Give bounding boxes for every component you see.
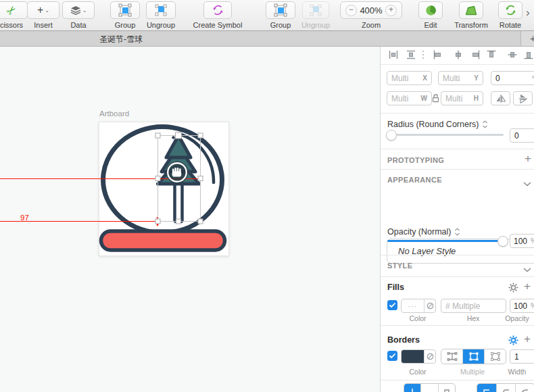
toolbar-overflow-chevron[interactable]: › xyxy=(526,6,530,20)
plus-icon: + xyxy=(37,5,43,15)
create-symbol-button[interactable]: Create Symbol xyxy=(192,1,243,29)
document-tab[interactable]: 圣诞节-雪球 xyxy=(99,34,143,45)
flip-vertical-button[interactable] xyxy=(513,91,533,105)
border-width-field[interactable]: 1 xyxy=(510,349,534,364)
fill-opacity-label: Opacity xyxy=(505,314,529,322)
x-field[interactable]: Multi X xyxy=(387,71,432,85)
fill-hex-input[interactable] xyxy=(445,301,502,311)
distribute-horizontally-icon[interactable] xyxy=(388,49,399,63)
group-button[interactable]: Group xyxy=(110,1,141,29)
opacity-slider-knob[interactable] xyxy=(497,236,508,247)
fills-gear-icon[interactable] xyxy=(508,283,518,295)
chevron-down-icon: ⌄ xyxy=(82,7,87,14)
appearance-header: APPEARANCE xyxy=(387,176,442,184)
selection-handle xyxy=(155,219,160,224)
fill-color-well[interactable]: ··· xyxy=(401,299,436,313)
divider xyxy=(381,325,534,326)
line-cap-square-button[interactable] xyxy=(439,384,455,392)
width-field[interactable]: Multi W xyxy=(387,91,432,105)
radius-slider[interactable] xyxy=(387,134,504,136)
new-tab-area: + xyxy=(520,31,534,46)
group-button-2[interactable]: Group xyxy=(265,1,296,29)
ungroup-icon xyxy=(154,3,168,17)
check-icon xyxy=(389,302,396,308)
edit-button[interactable]: Edit xyxy=(416,1,445,29)
zoom-in-button[interactable]: + xyxy=(385,5,397,16)
line-join-bevel-button[interactable] xyxy=(516,384,534,392)
toolbar: ✂ cissors +⌄ Insert ⌄ Data xyxy=(0,0,534,31)
zoom-out-button[interactable]: − xyxy=(345,5,357,16)
ungroup-button-2: Ungroup xyxy=(295,1,337,29)
fill-color-label: Color xyxy=(409,314,426,322)
align-center-horizontal-icon[interactable] xyxy=(453,49,464,63)
align-top-icon[interactable] xyxy=(486,49,497,63)
stepper-icon[interactable] xyxy=(454,228,460,236)
fill-opacity-field[interactable]: 100 % xyxy=(510,299,534,313)
lock-proportions-icon[interactable] xyxy=(432,93,439,105)
appearance-collapse-chevron[interactable] xyxy=(523,177,531,189)
border-outside-button[interactable] xyxy=(485,349,506,364)
app-window: ✂ cissors +⌄ Insert ⌄ Data xyxy=(0,0,534,392)
border-center-button[interactable] xyxy=(463,349,485,364)
border-join-segmented xyxy=(477,383,534,392)
rotation-field[interactable]: 0 ° xyxy=(491,71,534,85)
transform-button[interactable]: Transform xyxy=(449,1,493,29)
line-cap-butt-button[interactable] xyxy=(404,384,421,392)
fill-hex-field[interactable] xyxy=(441,299,506,313)
rotate-button[interactable]: Rotate xyxy=(495,1,526,29)
stepper-icon[interactable] xyxy=(482,120,488,128)
artwork-layer xyxy=(0,47,380,392)
trapezoid-icon xyxy=(465,5,477,16)
border-enabled-checkbox[interactable] xyxy=(387,351,397,361)
insert-button[interactable]: +⌄ Insert xyxy=(27,1,59,29)
opacity-slider[interactable] xyxy=(387,240,502,242)
y-field[interactable]: Multi Y xyxy=(438,71,483,85)
opacity-field[interactable]: 100 % xyxy=(510,234,534,248)
data-button[interactable]: ⌄ Data xyxy=(62,1,95,29)
add-prototyping-button[interactable]: + xyxy=(525,154,531,164)
fill-enabled-checkbox[interactable] xyxy=(387,300,397,310)
canvas[interactable]: Artboard 97 xyxy=(0,47,380,392)
border-end-segmented xyxy=(404,383,456,392)
divider xyxy=(381,255,534,255)
group-icon xyxy=(274,3,287,17)
layers-icon xyxy=(70,5,81,15)
align-right-icon[interactable] xyxy=(470,49,481,63)
flip-horizontal-button[interactable] xyxy=(491,91,510,105)
divider xyxy=(381,64,534,65)
border-inside-button[interactable] xyxy=(441,349,463,364)
style-collapse-chevron[interactable] xyxy=(523,263,531,275)
group-icon xyxy=(118,3,132,17)
ungroup-button[interactable]: Ungroup xyxy=(143,1,178,29)
new-tab-button[interactable]: + xyxy=(530,32,534,44)
align-left-icon[interactable] xyxy=(433,49,443,63)
height-field[interactable]: Multi H xyxy=(441,91,483,105)
distribute-vertically-icon[interactable] xyxy=(406,49,416,63)
selection-handle xyxy=(176,132,182,139)
scissors-icon: ✂ xyxy=(3,2,20,19)
border-position-label: Multiple xyxy=(460,368,485,376)
align-middle-vertical-icon[interactable] xyxy=(507,49,518,63)
align-bottom-icon[interactable] xyxy=(523,49,534,63)
flip-horizontal-icon xyxy=(495,94,506,103)
grab-cursor-icon xyxy=(167,162,188,183)
add-fill-button[interactable]: + xyxy=(524,282,531,291)
radius-slider-knob[interactable] xyxy=(386,130,397,141)
borders-gear-icon[interactable] xyxy=(508,335,518,348)
globe-base[interactable] xyxy=(101,231,225,250)
add-border-button[interactable]: + xyxy=(524,335,531,344)
line-join-round-button[interactable] xyxy=(497,384,516,392)
radius-field[interactable]: 0 xyxy=(510,128,534,143)
tree-trunk[interactable] xyxy=(175,180,183,222)
divider xyxy=(381,380,534,381)
prototyping-header: PROTOTYPING xyxy=(387,156,444,164)
rotate-arrows-icon xyxy=(505,5,516,16)
zoom-control: − 400% + Zoom xyxy=(340,1,402,29)
selection-handle xyxy=(198,133,203,138)
divider xyxy=(381,169,534,170)
selection-handle xyxy=(176,219,181,224)
line-join-miter-button[interactable] xyxy=(477,384,497,392)
border-color-well[interactable] xyxy=(401,349,436,364)
divider xyxy=(381,276,534,277)
line-cap-round-button[interactable] xyxy=(421,384,438,392)
